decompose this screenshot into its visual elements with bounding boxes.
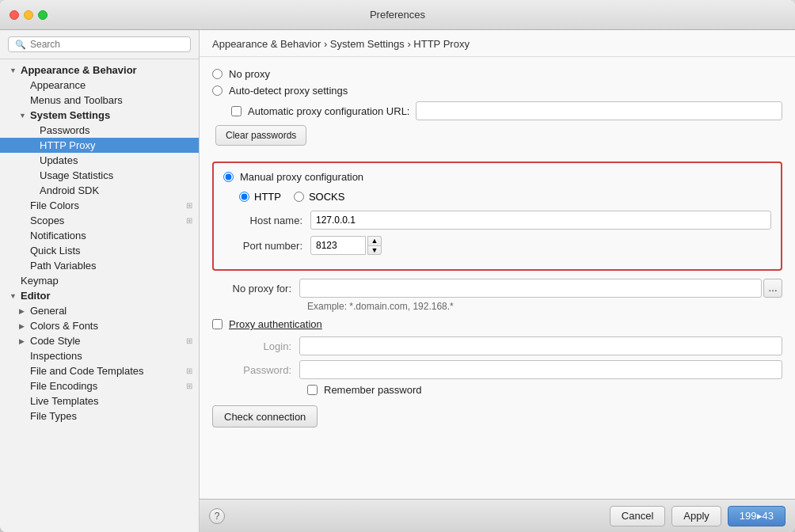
host-name-input[interactable]	[310, 211, 771, 230]
auto-config-checkbox[interactable]	[231, 106, 242, 116]
port-number-input[interactable]	[310, 236, 366, 255]
sidebar-item-updates[interactable]: Updates	[0, 153, 199, 168]
preferences-window: Preferences 🔍 ▼ Appearance & Behavior Ap…	[0, 0, 795, 532]
ok-button[interactable]: 199▸43	[728, 506, 785, 526]
sidebar-item-label: Passwords	[40, 124, 90, 136]
sidebar-item-quick-lists[interactable]: Quick Lists	[0, 243, 199, 258]
no-proxy-dots-button[interactable]: …	[763, 279, 782, 298]
no-proxy-for-row: No proxy for: …	[212, 279, 782, 298]
proxy-auth-row: Proxy authentication	[212, 318, 782, 330]
arrow-spacer	[19, 397, 29, 405]
remember-password-label[interactable]: Remember password	[324, 384, 422, 396]
sidebar-item-menus-toolbars[interactable]: Menus and Toolbars	[0, 93, 199, 108]
auto-detect-label[interactable]: Auto-detect proxy settings	[229, 85, 348, 97]
port-down-button[interactable]: ▼	[367, 245, 382, 256]
sidebar-item-label: Live Templates	[30, 395, 98, 407]
sidebar-item-label: Colors & Fonts	[30, 320, 98, 332]
sidebar-item-general[interactable]: ▶ General	[0, 303, 199, 318]
arrow-spacer	[29, 187, 38, 195]
sidebar-item-label: System Settings	[30, 109, 110, 121]
arrow-spacer	[29, 172, 38, 180]
sidebar-item-android-sdk[interactable]: Android SDK	[0, 183, 199, 198]
check-connection-button[interactable]: Check connection	[212, 405, 318, 428]
port-number-label: Port number:	[223, 240, 310, 252]
sidebar-item-passwords[interactable]: Passwords	[0, 123, 199, 138]
http-protocol-radio[interactable]	[239, 192, 249, 202]
sidebar-item-file-colors[interactable]: File Colors ⊞	[0, 198, 199, 213]
arrow-icon: ▼	[19, 112, 29, 120]
cancel-button[interactable]: Cancel	[610, 506, 665, 526]
title-bar: Preferences	[0, 0, 795, 30]
sidebar-item-live-templates[interactable]: Live Templates	[0, 393, 199, 408]
sidebar-item-file-code-templates[interactable]: File and Code Templates ⊞	[0, 363, 199, 378]
proxy-auth-checkbox[interactable]	[212, 319, 223, 329]
http-protocol-label[interactable]: HTTP	[254, 191, 281, 203]
apply-button[interactable]: Apply	[671, 506, 721, 526]
port-up-button[interactable]: ▲	[367, 236, 382, 245]
sidebar-item-label: Scopes	[30, 215, 64, 226]
sidebar-item-code-style[interactable]: ▶ Code Style ⊞	[0, 333, 199, 348]
auto-config-row: Automatic proxy configuration URL:	[231, 101, 782, 120]
auto-config-url-input[interactable]	[416, 101, 782, 120]
clear-passwords-button[interactable]: Clear passwords	[215, 125, 306, 146]
sidebar-item-scopes[interactable]: Scopes ⊞	[0, 213, 199, 228]
arrow-spacer	[10, 277, 19, 285]
bottom-bar: ? Cancel Apply 199▸43	[200, 499, 795, 532]
ext-icon: ⊞	[186, 367, 192, 375]
bottom-left: ?	[209, 508, 225, 524]
arrow-spacer	[19, 97, 29, 104]
socks-protocol-radio[interactable]	[294, 192, 304, 202]
sidebar-item-label: File Colors	[30, 200, 79, 211]
sidebar-item-label: Updates	[40, 154, 78, 166]
search-wrap[interactable]: 🔍	[8, 36, 191, 52]
sidebar-item-file-types[interactable]: File Types	[0, 408, 199, 424]
sidebar-item-appearance-behavior[interactable]: ▼ Appearance & Behavior	[0, 63, 199, 78]
host-name-row: Host name:	[223, 211, 771, 230]
main-content: Appearance & Behavior › System Settings …	[200, 30, 795, 532]
sidebar-item-file-encodings[interactable]: File Encodings ⊞	[0, 378, 199, 393]
arrow-icon: ▼	[10, 66, 19, 74]
sidebar-item-appearance[interactable]: Appearance	[0, 78, 199, 93]
proxy-auth-label[interactable]: Proxy authentication	[229, 318, 322, 330]
sidebar-item-colors-fonts[interactable]: ▶ Colors & Fonts	[0, 318, 199, 333]
minimize-button[interactable]	[24, 10, 33, 20]
sidebar-item-editor[interactable]: ▼ Editor	[0, 288, 199, 303]
socks-protocol-label[interactable]: SOCKS	[309, 191, 345, 203]
example-text: Example: *.domain.com, 192.168.*	[307, 301, 782, 312]
sidebar-item-label: File Encodings	[30, 380, 97, 392]
sidebar-item-http-proxy[interactable]: HTTP Proxy	[0, 138, 199, 153]
arrow-spacer	[29, 157, 38, 165]
protocol-row: HTTP SOCKS	[239, 191, 771, 203]
password-input[interactable]	[299, 360, 782, 379]
auto-config-label[interactable]: Automatic proxy configuration URL:	[248, 105, 409, 117]
maximize-button[interactable]	[38, 10, 48, 20]
sidebar-item-label: HTTP Proxy	[40, 139, 96, 151]
sidebar: 🔍 ▼ Appearance & Behavior Appearance Men…	[0, 30, 200, 532]
manual-proxy-radio[interactable]	[223, 172, 234, 182]
login-label: Login:	[212, 340, 299, 352]
no-proxy-for-input[interactable]	[299, 279, 762, 298]
sidebar-item-path-variables[interactable]: Path Variables	[0, 258, 199, 273]
no-proxy-radio[interactable]	[212, 69, 223, 79]
arrow-spacer	[19, 202, 29, 210]
manual-proxy-box: Manual proxy configuration HTTP SOCKS	[212, 162, 782, 271]
arrow-spacer	[19, 382, 29, 390]
port-spinners: ▲ ▼	[367, 236, 382, 255]
manual-proxy-label[interactable]: Manual proxy configuration	[240, 171, 363, 183]
no-proxy-label[interactable]: No proxy	[229, 68, 270, 80]
remember-password-row: Remember password	[307, 384, 782, 396]
sidebar-item-usage-statistics[interactable]: Usage Statistics	[0, 168, 199, 183]
sidebar-item-keymap[interactable]: Keymap	[0, 273, 199, 288]
sidebar-item-notifications[interactable]: Notifications	[0, 228, 199, 243]
close-button[interactable]	[10, 10, 19, 20]
login-input[interactable]	[299, 336, 782, 355]
help-button[interactable]: ?	[209, 508, 225, 524]
search-input[interactable]	[30, 39, 184, 50]
remember-password-checkbox[interactable]	[307, 385, 318, 395]
auto-detect-radio[interactable]	[212, 86, 223, 96]
sidebar-item-label: Appearance	[30, 79, 86, 91]
arrow-spacer	[19, 232, 29, 240]
sidebar-item-inspections[interactable]: Inspections	[0, 348, 199, 363]
host-name-label: Host name:	[223, 215, 310, 226]
sidebar-item-system-settings[interactable]: ▼ System Settings	[0, 108, 199, 123]
